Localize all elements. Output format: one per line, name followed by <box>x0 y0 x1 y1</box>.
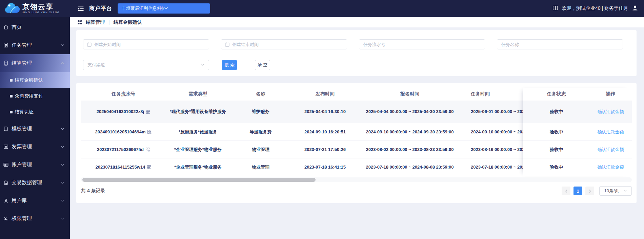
cell-status: 验收中 <box>523 108 589 115</box>
qr-copy-icon[interactable] <box>147 165 151 169</box>
horizontal-scrollbar-thumb[interactable] <box>82 178 316 182</box>
pay-channel-select[interactable]: 支付渠道 <box>83 60 209 70</box>
cell-name: 导游服务费 <box>230 129 291 135</box>
bullet-icon <box>10 79 13 82</box>
chevron-down-icon <box>61 163 64 167</box>
search-button[interactable]: 搜 索 <box>222 60 237 70</box>
cell-name: 物业管理 <box>230 146 291 153</box>
created-start-input[interactable] <box>83 40 209 49</box>
task-name-input[interactable] <box>497 40 623 49</box>
task-name-field[interactable] <box>497 39 623 49</box>
chevron-down-icon <box>61 145 64 149</box>
cell-status: 验收中 <box>523 164 589 171</box>
sidebar-item-label: 账户管理 <box>12 161 32 168</box>
template-icon <box>3 126 9 132</box>
sidebar: 首页任务管理结算管理结算金额确认众包费用支付结算凭证模板管理发票管理账户管理交易… <box>0 17 70 239</box>
sidebar-item-2[interactable]: 结算管理 <box>0 54 70 72</box>
cell-signup-time: 2023-07-18 00:00:00 ~ 2024-08-08 23:59:0… <box>359 164 461 171</box>
current-page-button[interactable]: 1 <box>573 187 582 195</box>
brand-subtitle: JING LING YUN XIANG <box>22 11 60 14</box>
breadcrumb-page: 结算金额确认 <box>114 19 142 25</box>
sidebar-subitem-2-2[interactable]: 结算凭证 <box>0 104 70 120</box>
clear-button[interactable]: 清 空 <box>255 60 270 70</box>
sidebar-item-5[interactable]: 账户管理 <box>0 156 70 174</box>
sidebar-item-6[interactable]: 交易数据管理 <box>0 174 70 192</box>
sidebar-item-7[interactable]: 用户库 <box>0 192 70 210</box>
confirm-remittance-link[interactable]: 确认汇款金额 <box>598 129 624 134</box>
qr-copy-icon[interactable] <box>146 110 150 114</box>
fixed-header-row: 任务状态操作 <box>523 88 632 101</box>
account-icon <box>3 162 9 168</box>
bullet-icon <box>10 111 13 113</box>
next-page-button[interactable] <box>585 187 594 195</box>
sidebar-subitem-label: 结算凭证 <box>15 109 34 115</box>
company-selector[interactable]: 十堰聚辰汇利信息科技有限公司（正常） <box>118 3 210 14</box>
confirm-remittance-link[interactable]: 确认汇款金额 <box>598 109 624 114</box>
sidebar-item-label: 交易数据管理 <box>12 179 42 186</box>
breadcrumb-separator: | <box>108 20 110 25</box>
column-header: 任务状态 <box>523 91 589 97</box>
chevron-down-icon <box>623 189 627 194</box>
cell-serial: 20230721175026967fid <box>81 146 166 153</box>
qr-copy-icon[interactable] <box>147 130 152 134</box>
chevron-down-icon <box>201 62 205 68</box>
prev-page-button[interactable] <box>562 187 570 195</box>
cell-type: *企业管理服务*物业服务 <box>166 146 230 153</box>
sidebar-item-label: 发票管理 <box>12 144 32 150</box>
company-selector-value: 十堰聚辰汇利信息科技有限公司（正常） <box>122 5 164 12</box>
main-content: 结算管理 | 结算金额确认 <box>70 17 644 239</box>
sidebar-item-label: 任务管理 <box>12 42 32 48</box>
cell-name: 物业管理 <box>230 164 291 171</box>
home-icon <box>3 24 9 30</box>
breadcrumb: 结算管理 | 结算金额确认 <box>70 17 644 27</box>
column-header: 报名时间 <box>359 91 461 97</box>
cell-publish-time: 2023-07-18 16:41:15 <box>291 164 359 171</box>
created-start-datepicker[interactable] <box>83 39 209 49</box>
sidebar-item-3[interactable]: 模板管理 <box>0 120 70 138</box>
confirm-remittance-link[interactable]: 确认汇款金额 <box>598 147 624 152</box>
page-size-value: 10条/页 <box>604 188 619 194</box>
fixed-body: 验收中确认汇款金额验收中确认汇款金额验收中确认汇款金额验收中确认汇款金额 <box>523 101 632 176</box>
created-end-datepicker[interactable] <box>221 39 347 49</box>
collapse-sidebar-icon[interactable] <box>77 5 84 12</box>
sidebar-nav: 首页任务管理结算管理结算金额确认众包费用支付结算凭证模板管理发票管理账户管理交易… <box>0 18 70 227</box>
chevron-down-icon <box>61 199 64 202</box>
cell-publish-time: 2023-07-21 17:50:26 <box>291 146 359 153</box>
page-size-select[interactable]: 10条/页 <box>599 186 632 196</box>
chevron-down-icon <box>61 217 64 220</box>
sidebar-item-4[interactable]: 发票管理 <box>0 138 70 156</box>
sidebar-subitem-2-1[interactable]: 众包费用支付 <box>0 88 70 104</box>
pay-channel-placeholder: 支付渠道 <box>87 62 201 68</box>
column-header: 需求类型 <box>166 91 230 97</box>
cell-type: *现代服务*通用设备维护服务 <box>166 108 230 115</box>
horizontal-scrollbar-track[interactable] <box>81 177 632 182</box>
sidebar-item-8[interactable]: 权限管理 <box>0 210 70 227</box>
cell-signup-time: 2025-04-04 00:00:00 ~ 2025-04-30 23:59:0… <box>359 108 461 115</box>
cell-status: 验收中 <box>523 146 589 153</box>
sidebar-subitem-2-0[interactable]: 结算金额确认 <box>0 72 70 88</box>
trade-icon <box>3 180 9 186</box>
confirm-remittance-link[interactable]: 确认汇款金额 <box>598 165 624 170</box>
qr-copy-icon[interactable] <box>145 147 150 152</box>
tasks-icon <box>3 42 9 48</box>
column-header: 任务流水号 <box>81 91 166 97</box>
cell-name: 维护服务 <box>230 108 291 115</box>
cell-publish-time: 2025-04-04 16:30:10 <box>291 108 359 115</box>
portal-title: 商户平台 <box>89 5 112 12</box>
top-header: 京翎云享 JING LING YUN XIANG 商户平台 十堰聚辰汇利信息科技… <box>0 0 644 17</box>
sidebar-item-1[interactable]: 任务管理 <box>0 36 70 54</box>
sidebar-subitem-label: 结算金额确认 <box>15 77 43 83</box>
cell-serial: 20230718164115255w14 <box>81 164 166 171</box>
results-panel: 任务流水号需求类型名称发布时间报名时间任务时间 2025040416301002… <box>76 83 637 203</box>
sidebar-item-0[interactable]: 首页 <box>0 18 70 36</box>
serial-field[interactable] <box>359 39 485 49</box>
permission-icon <box>3 216 9 221</box>
serial-input[interactable] <box>359 40 485 49</box>
user-avatar-icon[interactable] <box>631 4 639 13</box>
column-header: 发布时间 <box>291 91 359 97</box>
brand-name: 京翎云享 <box>22 3 60 10</box>
created-end-input[interactable] <box>221 40 347 49</box>
cell-type: *旅游服务*旅游服务 <box>166 129 230 135</box>
cloud-logo-icon <box>3 1 21 16</box>
handbook-icon[interactable] <box>552 5 559 13</box>
